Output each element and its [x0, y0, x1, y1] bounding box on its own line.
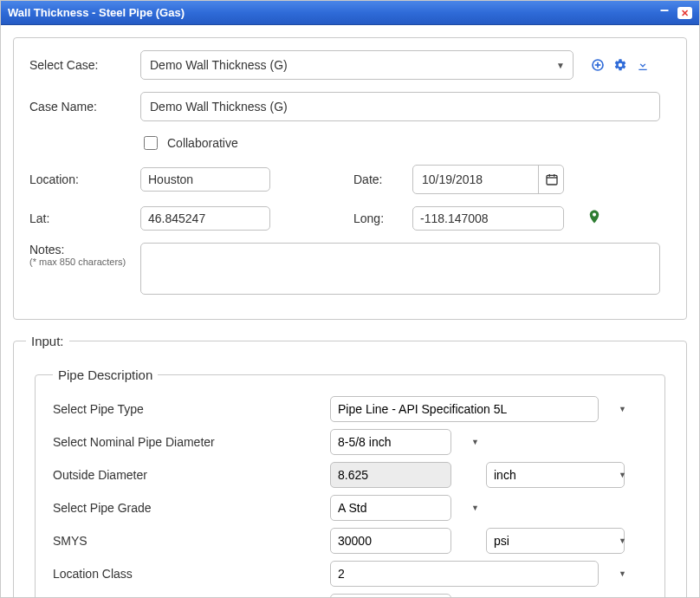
- nominal-diameter-select[interactable]: 8-5/8 inch: [330, 429, 451, 455]
- case-actions: [591, 58, 650, 72]
- long-label: Long:: [353, 211, 405, 225]
- location-class-label: Location Class: [53, 567, 330, 581]
- settings-icon[interactable]: [613, 58, 627, 72]
- nominal-diameter-label: Select Nominal Pipe Diameter: [53, 435, 330, 449]
- pipe-grade-label: Select Pipe Grade: [53, 501, 330, 515]
- design-factor-input[interactable]: [330, 594, 451, 597]
- lat-input[interactable]: [140, 206, 270, 231]
- outside-diameter-unit-select[interactable]: inch: [486, 462, 625, 488]
- location-input[interactable]: [140, 167, 270, 192]
- long-input[interactable]: [412, 206, 564, 231]
- app-window: Wall Thickness - Steel Pipe (Gas) – ✕ Se…: [0, 0, 700, 598]
- pipe-type-select[interactable]: Pipe Line - API Specification 5L: [330, 396, 599, 422]
- case-name-input[interactable]: [140, 92, 660, 121]
- case-name-label: Case Name:: [29, 100, 133, 114]
- notes-label: Notes:: [29, 243, 133, 257]
- body: Select Case: Demo Wall Thickness (G): [1, 25, 699, 597]
- input-panel: Input: Pipe Description Select Pipe Type…: [13, 334, 687, 597]
- map-pin-icon[interactable]: [587, 207, 602, 231]
- lat-label: Lat:: [29, 211, 133, 225]
- location-class-select[interactable]: 2: [330, 561, 599, 587]
- select-case-dropdown[interactable]: Demo Wall Thickness (G): [140, 50, 574, 80]
- collaborative-checkbox[interactable]: [144, 136, 158, 150]
- input-legend: Input:: [26, 334, 69, 348]
- location-label: Location:: [29, 172, 133, 186]
- smys-input[interactable]: [330, 528, 451, 554]
- close-button[interactable]: ✕: [677, 7, 692, 19]
- pipe-grade-select[interactable]: A Std: [330, 495, 451, 521]
- notes-textarea[interactable]: [140, 243, 660, 295]
- download-icon[interactable]: [636, 58, 650, 72]
- pipe-type-label: Select Pipe Type: [53, 402, 330, 416]
- collaborative-label: Collaborative: [167, 136, 238, 150]
- smys-unit-select[interactable]: psi: [486, 528, 625, 554]
- window-title: Wall Thickness - Steel Pipe (Gas): [8, 1, 185, 25]
- outside-diameter-label: Outside Diameter: [53, 468, 330, 482]
- window-controls: – ✕: [660, 7, 692, 19]
- titlebar: Wall Thickness - Steel Pipe (Gas) – ✕: [1, 1, 699, 25]
- pipe-description-legend: Pipe Description: [53, 367, 158, 382]
- notes-hint: (* max 850 characters): [29, 257, 133, 267]
- select-case-label: Select Case:: [29, 58, 133, 72]
- outside-diameter-input: [330, 462, 451, 488]
- case-panel: Select Case: Demo Wall Thickness (G): [13, 37, 687, 320]
- date-label: Date:: [353, 172, 405, 186]
- pipe-description-panel: Pipe Description Select Pipe Type Pipe L…: [35, 367, 665, 597]
- svg-rect-3: [547, 175, 557, 185]
- add-case-icon[interactable]: [591, 58, 605, 72]
- smys-label: SMYS: [53, 534, 330, 548]
- calendar-icon[interactable]: [538, 165, 564, 194]
